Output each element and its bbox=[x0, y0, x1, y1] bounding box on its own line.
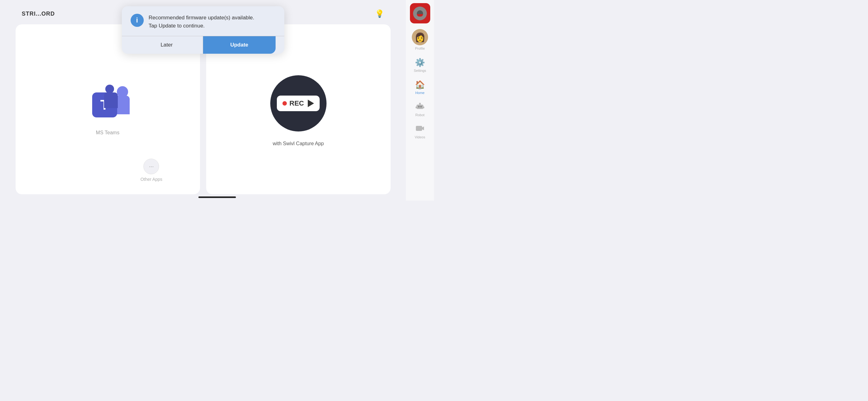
swivl-app-icon-wrapper bbox=[410, 3, 430, 24]
swivl-capture-label: with Swivl Capture App bbox=[273, 141, 324, 146]
teams-person-small-body bbox=[104, 93, 118, 108]
swivl-app-icon bbox=[410, 3, 430, 24]
sidebar-item-home[interactable]: 🏠 Home bbox=[406, 76, 434, 98]
rec-dot bbox=[282, 101, 287, 106]
other-apps-dots: ··· bbox=[149, 163, 154, 170]
home-icon: 🏠 bbox=[415, 80, 425, 90]
svg-rect-2 bbox=[420, 106, 422, 107]
modal-message: Recommended firmware update(s) available… bbox=[149, 14, 254, 30]
modal-buttons: Later Update bbox=[131, 36, 276, 54]
modal-body: i Recommended firmware update(s) availab… bbox=[131, 14, 276, 30]
sidebar-label-videos: Videos bbox=[415, 135, 425, 139]
sidebar-label-home: Home bbox=[415, 91, 424, 95]
sidebar-label-profile: Profile bbox=[415, 46, 425, 50]
sidebar-item-settings[interactable]: ⚙️ Settings bbox=[406, 54, 434, 76]
videos-icon bbox=[415, 124, 424, 134]
svg-rect-0 bbox=[416, 105, 423, 109]
other-apps-label: Other Apps bbox=[140, 177, 162, 182]
later-button[interactable]: Later bbox=[131, 36, 204, 54]
header-stream-text: STRI...ORD bbox=[22, 11, 55, 17]
sidebar-item-profile[interactable]: 👩 Profile bbox=[406, 25, 434, 54]
sidebar-item-videos[interactable]: Videos bbox=[406, 121, 434, 143]
swivl-rec-circle: REC bbox=[270, 75, 327, 132]
robot-icon bbox=[415, 102, 424, 112]
home-indicator bbox=[198, 196, 236, 198]
other-apps-wrapper[interactable]: ··· Other Apps bbox=[140, 159, 162, 182]
svg-rect-4 bbox=[415, 106, 417, 108]
svg-rect-1 bbox=[418, 106, 420, 107]
svg-rect-6 bbox=[416, 126, 422, 131]
other-apps-button[interactable]: ··· bbox=[144, 159, 159, 174]
firmware-update-dialog: i Recommended firmware update(s) availab… bbox=[122, 6, 284, 54]
gear-icon: ⚙️ bbox=[415, 58, 425, 67]
sidebar: 👩 Profile ⚙️ Settings 🏠 Home Robot bbox=[406, 0, 434, 201]
rec-text: REC bbox=[289, 99, 304, 107]
info-icon: i bbox=[131, 14, 144, 27]
svg-rect-5 bbox=[423, 106, 424, 108]
svg-rect-3 bbox=[419, 103, 421, 105]
svg-marker-7 bbox=[422, 127, 424, 130]
swivl-app-inner bbox=[413, 6, 427, 20]
update-button[interactable]: Update bbox=[203, 36, 276, 54]
bulb-icon: 💡 bbox=[375, 9, 384, 18]
camera-icon bbox=[308, 100, 314, 107]
sidebar-item-robot[interactable]: Robot bbox=[406, 98, 434, 121]
avatar: 👩 bbox=[412, 29, 428, 45]
ms-teams-icon: T bbox=[86, 86, 130, 124]
sidebar-label-robot: Robot bbox=[415, 113, 424, 117]
ms-teams-label: MS Teams bbox=[96, 130, 119, 136]
teams-person-small-head bbox=[105, 85, 114, 93]
sidebar-label-settings: Settings bbox=[414, 69, 426, 72]
rec-badge: REC bbox=[277, 96, 319, 111]
